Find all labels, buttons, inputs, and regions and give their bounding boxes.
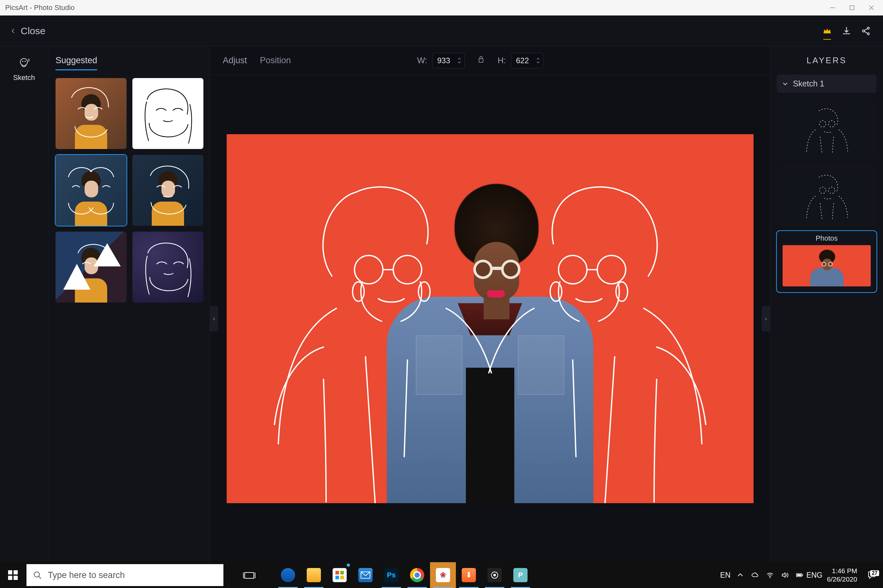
svg-marker-13 — [93, 243, 121, 266]
layers-panel: LAYERS Sketch 1 Photos — [770, 46, 883, 562]
action-center-button[interactable]: 27 — [863, 570, 880, 580]
input-language-1[interactable]: EN — [719, 571, 732, 580]
chevron-down-icon[interactable] — [457, 61, 462, 64]
clock-date: 6/26/2020 — [827, 575, 857, 584]
lock-icon — [477, 55, 484, 63]
collapse-left-handle[interactable]: ‹ — [210, 306, 218, 332]
taskbar-app-picsart[interactable]: P — [507, 562, 533, 588]
tray-chevron-up[interactable] — [734, 571, 747, 579]
search-placeholder: Type here to search — [48, 570, 125, 580]
svg-point-28 — [829, 187, 835, 194]
chevron-down-icon[interactable] — [536, 61, 540, 64]
taskbar-search[interactable]: Type here to search — [27, 564, 223, 586]
preset-thumb[interactable] — [132, 232, 203, 303]
svg-rect-1 — [850, 6, 854, 10]
system-tray: EN ENG 1:46 PM 6/26/2020 27 — [719, 562, 883, 588]
width-label: W: — [417, 56, 427, 66]
svg-point-9 — [20, 58, 27, 66]
start-button[interactable] — [0, 562, 26, 588]
collapse-right-handle[interactable]: › — [762, 306, 770, 332]
crown-icon — [822, 26, 832, 36]
width-stepper[interactable] — [457, 57, 462, 64]
layer-group-label: Sketch 1 — [793, 79, 824, 88]
premium-crown-button[interactable] — [820, 24, 834, 38]
share-icon — [861, 26, 871, 36]
download-button[interactable] — [840, 24, 853, 38]
chevron-left-icon — [11, 27, 16, 36]
svg-point-15 — [355, 255, 383, 284]
taskbar-app-edge[interactable] — [275, 562, 301, 588]
height-stepper[interactable] — [536, 57, 540, 64]
tool-strip: Sketch — [0, 46, 48, 562]
preset-thumb[interactable] — [56, 78, 126, 149]
taskbar-app-mail[interactable] — [352, 562, 378, 588]
height-input[interactable]: 622 — [511, 53, 543, 68]
onedrive-icon[interactable] — [748, 571, 762, 579]
windows-taskbar: Type here to search Ps ❀ ⬇ P EN ENG 1:46… — [0, 562, 883, 588]
svg-point-27 — [820, 187, 826, 194]
canvas-viewport[interactable]: ‹ › — [210, 75, 770, 562]
taskbar-clock[interactable]: 1:46 PM 6/26/2020 — [823, 567, 862, 584]
width-value: 933 — [437, 56, 450, 65]
wifi-icon[interactable] — [763, 571, 777, 579]
layers-title: LAYERS — [777, 56, 877, 66]
input-language-2[interactable]: ENG — [808, 571, 821, 580]
task-view-button[interactable] — [236, 562, 262, 588]
preset-grid — [56, 78, 202, 303]
lock-aspect-button[interactable] — [477, 55, 484, 66]
preset-thumb[interactable] — [56, 232, 126, 303]
sketch-tool[interactable]: Sketch — [13, 56, 35, 82]
width-input[interactable]: 933 — [432, 53, 465, 68]
layer-group-header[interactable]: Sketch 1 — [777, 75, 877, 93]
width-control: W: 933 — [417, 53, 465, 68]
canvas-area: Adjust Position W: 933 — [210, 46, 770, 562]
taskbar-app-photoshop[interactable]: Ps — [378, 562, 404, 588]
layer-thumb-photos[interactable]: Photos — [777, 231, 877, 292]
taskbar-app-import[interactable]: ⬇ — [456, 562, 482, 588]
svg-rect-14 — [479, 59, 483, 62]
position-tab[interactable]: Position — [260, 56, 291, 66]
taskbar-app-group[interactable]: ❀ — [430, 562, 456, 588]
share-button[interactable] — [859, 24, 872, 38]
windows-logo-icon — [8, 570, 18, 580]
svg-point-25 — [820, 121, 826, 127]
adjust-tab[interactable]: Adjust — [223, 56, 247, 66]
close-window-button[interactable] — [862, 0, 881, 15]
task-view-icon — [242, 568, 256, 582]
download-icon — [842, 26, 851, 36]
preset-thumb[interactable] — [56, 155, 126, 226]
svg-rect-32 — [14, 576, 18, 580]
close-button[interactable]: Close — [11, 26, 45, 36]
svg-marker-12 — [63, 264, 90, 290]
chevron-up-icon[interactable] — [457, 57, 462, 60]
svg-rect-29 — [8, 570, 12, 574]
volume-icon[interactable] — [778, 571, 792, 579]
taskbar-app-store[interactable] — [327, 562, 352, 588]
svg-rect-31 — [8, 576, 12, 580]
chevron-up-icon[interactable] — [536, 57, 540, 60]
taskbar-app-darkroom[interactable] — [482, 562, 507, 588]
height-control: H: 622 — [498, 53, 543, 68]
preset-thumb[interactable] — [132, 155, 203, 226]
svg-rect-44 — [802, 574, 803, 576]
canvas[interactable] — [227, 134, 754, 503]
taskbar-app-chrome[interactable] — [404, 562, 430, 588]
sketch-overlay — [227, 134, 754, 503]
minimize-button[interactable] — [823, 0, 842, 15]
suggested-tab[interactable]: Suggested — [56, 56, 97, 70]
svg-point-10 — [22, 61, 23, 62]
preset-thumb[interactable] — [132, 78, 203, 149]
window-titlebar: PicsArt - Photo Studio — [0, 0, 883, 15]
svg-point-23 — [616, 282, 627, 301]
battery-icon[interactable] — [793, 571, 806, 579]
svg-point-11 — [25, 61, 26, 62]
svg-rect-45 — [797, 574, 801, 576]
close-label: Close — [21, 26, 45, 36]
layer-thumb-sketch-1[interactable] — [777, 98, 877, 159]
svg-point-41 — [769, 578, 770, 578]
layer-thumb-sketch-2[interactable] — [777, 165, 877, 226]
svg-point-24 — [550, 282, 562, 301]
suggested-panel: Suggested — [48, 46, 210, 562]
maximize-button[interactable] — [842, 0, 862, 15]
taskbar-app-explorer[interactable] — [301, 562, 327, 588]
